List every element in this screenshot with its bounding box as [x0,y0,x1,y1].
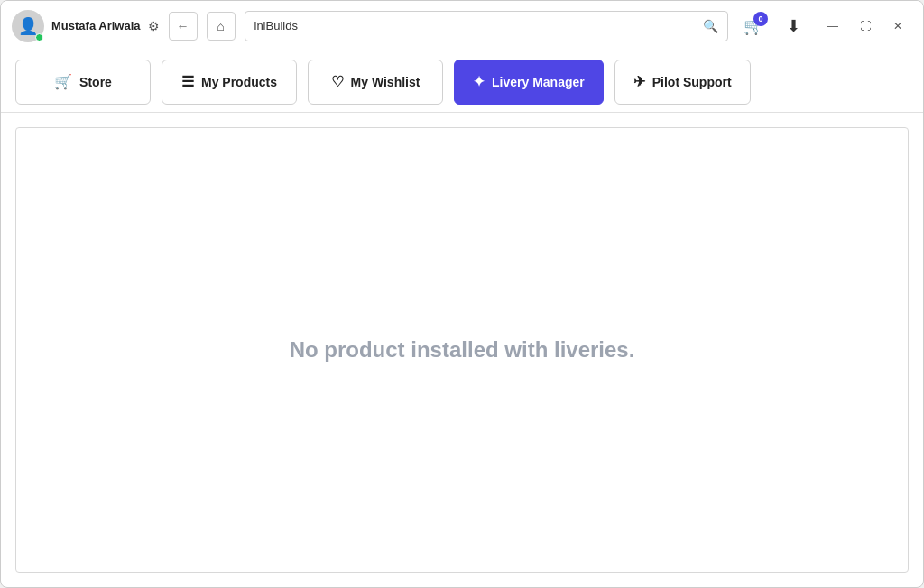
username-label: Mustafa Ariwala [51,19,141,32]
wishlist-icon: ♡ [331,73,344,90]
online-indicator [35,33,43,41]
app-window: 👤 Mustafa Ariwala ⚙ ← ⌂ 🔍 🛒 0 ⬇ [0,0,924,588]
tab-pilot-support[interactable]: ✈ Pilot Support [614,60,751,105]
tab-my-wishlist[interactable]: ♡ My Wishlist [308,60,443,105]
back-arrow-icon: ← [177,19,189,33]
tab-my-products-label: My Products [201,75,277,89]
nav-tabs: 🛒 Store ☰ My Products ♡ My Wishlist ✦ Li… [1,51,923,113]
search-bar: 🔍 [245,11,729,41]
close-icon: ✕ [893,20,902,32]
content-area: No product installed with liveries. [15,127,909,573]
close-button[interactable]: ✕ [883,14,912,39]
download-button[interactable]: ⬇ [777,10,809,42]
minimize-button[interactable]: — [818,14,847,39]
tab-store-label: Store [79,75,112,89]
tab-livery-manager-label: Livery Manager [492,75,585,89]
store-icon: 🛒 [54,73,72,90]
cart-badge: 0 [753,12,768,26]
settings-icon[interactable]: ⚙ [148,19,160,33]
tab-store[interactable]: 🛒 Store [15,60,151,105]
maximize-button[interactable]: ⛶ [851,14,880,39]
pilot-icon: ✈ [633,73,645,90]
user-icon: 👤 [18,16,38,36]
search-input[interactable] [254,19,698,32]
titlebar: 👤 Mustafa Ariwala ⚙ ← ⌂ 🔍 🛒 0 ⬇ [1,1,923,51]
avatar: 👤 [12,10,44,42]
cart-button[interactable]: 🛒 0 [737,10,770,42]
products-icon: ☰ [181,73,194,90]
user-section: 👤 Mustafa Ariwala ⚙ [12,10,160,42]
tab-my-products[interactable]: ☰ My Products [162,60,297,105]
main-content: No product installed with liveries. [1,113,923,587]
empty-message: No product installed with liveries. [290,337,635,363]
back-button[interactable]: ← [169,12,198,41]
home-button[interactable]: ⌂ [207,12,236,41]
minimize-icon: — [827,20,838,32]
home-icon: ⌂ [217,19,224,33]
livery-icon: ✦ [473,73,485,90]
download-icon: ⬇ [787,16,800,36]
tab-livery-manager[interactable]: ✦ Livery Manager [454,60,604,105]
window-controls: — ⛶ ✕ [818,14,912,39]
maximize-icon: ⛶ [860,20,871,32]
search-icon[interactable]: 🔍 [703,19,718,33]
cart-section: 🛒 0 ⬇ [737,10,809,42]
tab-pilot-support-label: Pilot Support [652,75,732,89]
tab-my-wishlist-label: My Wishlist [351,75,420,89]
